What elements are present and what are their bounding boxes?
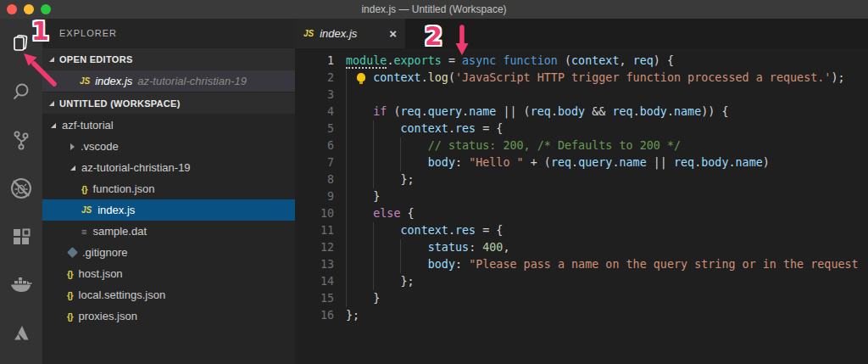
line-number: 1 <box>295 53 334 70</box>
annotation-step-1: 1 <box>31 16 49 46</box>
tree-item-az-tutorial-christian-19[interactable]: az-tutorial-christian-19 <box>42 157 295 178</box>
code-token: && <box>585 105 612 118</box>
tree-item-azf-tutorial[interactable]: azf-tutorial <box>42 115 295 136</box>
code-token: // status: 200, /* Defaults to 200 */ <box>428 139 681 152</box>
debug-icon[interactable] <box>0 164 42 212</box>
tree-item-sample-dat[interactable]: ≡sample.dat <box>42 221 295 242</box>
tree-item-label: index.js <box>97 204 135 216</box>
line-number: 10 <box>295 205 334 222</box>
line-content: } <box>346 188 380 205</box>
code-line-13[interactable]: 13 body: "Please pass a name on the quer… <box>295 256 868 273</box>
code-token: context <box>401 122 448 135</box>
annotation-arrow-1 <box>15 47 59 91</box>
line-number: 14 <box>295 273 334 290</box>
code-token: req <box>674 156 694 169</box>
code-token <box>346 241 428 254</box>
indent-guide <box>346 104 347 120</box>
code-line-2[interactable]: 2 context.log('JavaScript HTTP trigger f… <box>295 70 868 87</box>
tree-item--vscode[interactable]: .vscode <box>42 136 295 157</box>
code-token: ) <box>763 156 770 169</box>
tree-item-function-json[interactable]: {}function.json <box>42 178 295 199</box>
tree-item-proxies-json[interactable]: {}proxies.json <box>42 305 295 327</box>
code-line-5[interactable]: 5 context.res = { <box>295 120 868 137</box>
tree-item-local-settings-json[interactable]: {}local.settings.json <box>42 284 295 305</box>
code-token: : <box>455 156 469 169</box>
code-token: "Hello " <box>469 156 524 169</box>
code-token: }; <box>346 309 359 322</box>
code-line-8[interactable]: 8 }; <box>295 171 868 188</box>
code-token: else <box>373 207 400 220</box>
workspace-section[interactable]: UNTITLED (WORKSPACE) <box>42 92 295 114</box>
line-content: module.exports = async function (context… <box>346 53 674 70</box>
code-token: , <box>620 54 633 67</box>
code-token: if <box>373 105 387 118</box>
tab-indexjs[interactable]: JS index.js × <box>295 19 405 48</box>
code-token: exports <box>393 54 441 67</box>
line-content: context.res = { <box>346 222 503 239</box>
indent-guide <box>346 239 347 256</box>
code-line-11[interactable]: 11 context.res = { <box>295 222 868 239</box>
indent-guide <box>373 239 374 256</box>
close-window-button[interactable] <box>7 4 17 14</box>
code-line-3[interactable]: 3 <box>295 87 868 104</box>
code-token: . <box>448 224 455 237</box>
line-number: 13 <box>295 256 334 273</box>
json-file-icon: {} <box>81 184 87 194</box>
indent-guide <box>346 273 347 290</box>
open-editor-item-indexjs[interactable]: JS index.js az-tutorial-christian-19 <box>42 70 295 92</box>
code-token: name <box>469 105 496 118</box>
code-line-10[interactable]: 10 else { <box>295 205 868 222</box>
line-number: 15 <box>295 290 334 307</box>
indent-guide <box>346 137 347 154</box>
window-controls <box>7 4 51 14</box>
azure-icon[interactable] <box>0 309 42 357</box>
code-line-1[interactable]: 1module.exports = async function (contex… <box>295 53 868 70</box>
minimize-window-button[interactable] <box>24 4 34 14</box>
source-control-icon[interactable] <box>0 115 42 164</box>
annotation-arrow-2 <box>453 24 471 58</box>
line-number: 8 <box>295 171 334 188</box>
code-editor[interactable]: 1module.exports = async function (contex… <box>295 48 868 324</box>
code-line-16[interactable]: 16}; <box>295 307 868 324</box>
code-line-12[interactable]: 12 status: 400, <box>295 239 868 256</box>
indent-guide <box>400 137 401 154</box>
close-tab-icon[interactable]: × <box>389 27 397 40</box>
gitignore-file-icon <box>67 247 78 258</box>
lightbulb-icon[interactable] <box>357 73 365 81</box>
code-token: query <box>428 105 462 118</box>
code-token: ( <box>448 71 455 84</box>
line-content: }; <box>346 307 359 324</box>
line-number: 12 <box>295 239 334 256</box>
indent-guide <box>346 290 347 307</box>
tree-item-label: sample.dat <box>92 225 147 238</box>
zoom-window-button[interactable] <box>41 4 51 14</box>
docker-icon[interactable] <box>0 260 42 309</box>
code-line-6[interactable]: 6 // status: 200, /* Defaults to 200 */ <box>295 137 868 154</box>
code-token: )) { <box>701 105 728 118</box>
annotation-step-2: 2 <box>425 21 442 51</box>
code-line-9[interactable]: 9 } <box>295 188 868 205</box>
js-file-icon: JS <box>80 76 90 86</box>
tree-item-label: azf-tutorial <box>62 119 114 132</box>
twistie-open-icon <box>51 123 56 128</box>
code-token: . <box>633 105 640 118</box>
json-file-icon: {} <box>67 269 73 279</box>
json-file-icon: {} <box>67 311 73 322</box>
indent-guide <box>346 188 347 205</box>
indent-guide <box>346 87 347 104</box>
code-token: ) { <box>654 54 674 67</box>
code-line-4[interactable]: 4 if (req.query.name || (req.body && req… <box>295 104 868 120</box>
code-line-15[interactable]: 15 } <box>295 290 868 307</box>
tree-item-index-js[interactable]: JSindex.js <box>42 199 295 221</box>
file-tree: azf-tutorial.vscodeaz-tutorial-christian… <box>42 115 295 327</box>
code-token: body <box>701 156 728 169</box>
code-line-7[interactable]: 7 body: "Hello " + (req.query.name || re… <box>295 154 868 171</box>
tree-item--gitignore[interactable]: .gitignore <box>42 242 295 263</box>
code-line-14[interactable]: 14 }; <box>295 273 868 290</box>
extensions-icon[interactable] <box>0 212 42 260</box>
open-editors-section[interactable]: OPEN EDITORS <box>42 48 295 70</box>
open-editor-name: index.js <box>95 75 132 87</box>
code-token: context <box>571 54 619 67</box>
tree-item-host-json[interactable]: {}host.json <box>42 263 295 284</box>
code-token: name <box>620 156 647 169</box>
